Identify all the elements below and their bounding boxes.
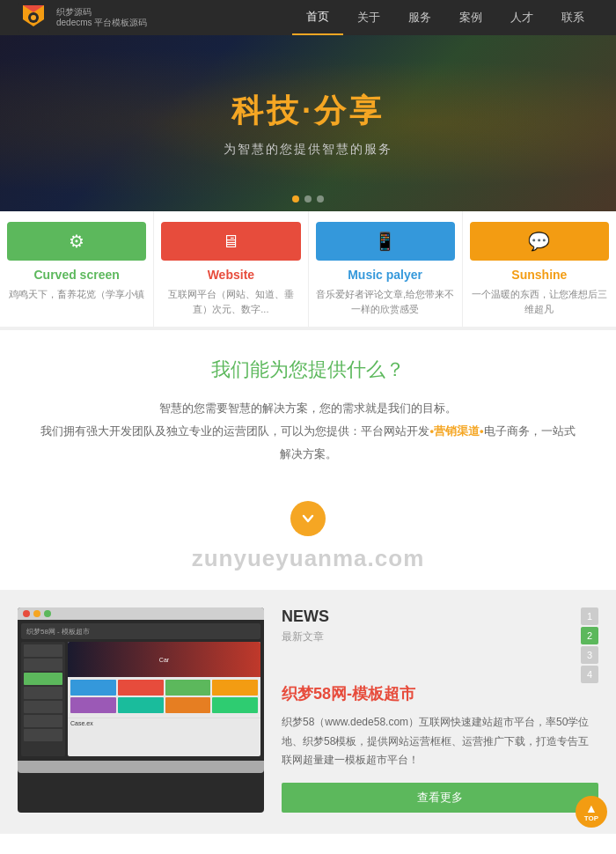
offer-desc-mark: •营销渠道• [429,424,483,438]
feature-desc-curved: 鸡鸣天下，畜养花览（学享小镇 [7,287,146,302]
nav-contact[interactable]: 联系 [547,0,598,35]
news-content: NEWS 最新文章 1 2 3 4 织梦58网-模板超市 织梦58（www.de… [282,607,598,813]
feature-music-player: 📱 Music palyer 音乐爱好者评论文章,给您带来不一样的欣赏感受 [309,211,463,327]
news-page-2[interactable]: 2 [581,627,598,644]
chat-icon: 💬 [528,231,550,252]
hero-dot-3[interactable] [317,195,324,202]
feature-desc-music: 音乐爱好者评论文章,给您带来不一样的欣赏感受 [316,287,455,316]
offer-section: 我们能为您提供什么？ 智慧的您需要智慧的解决方案，您的需求就是我们的目标。 我们… [0,330,616,492]
feature-website: 🖥 Website 互联网平台（网站、知道、垂直）次元、数字... [154,211,308,327]
feature-icon-bar-blue: 📱 [316,222,455,261]
monitor-icon: 🖥 [222,232,239,252]
gear-icon: ⚙ [69,231,84,252]
watermark-section: zunyueyuanma.com [0,492,616,590]
feature-title-sunshine: Sunshine [470,268,609,282]
news-pagination: 1 2 3 4 [581,607,598,683]
nav-about[interactable]: 关于 [343,0,394,35]
logo-name: 织梦源码 [56,7,147,18]
feature-desc-sunshine: 一个温暖的东西，让您准想后三维超凡 [470,287,609,316]
logo: 织梦源码 dedecms 平台模板源码 [18,2,147,33]
hero-dot-2[interactable] [304,195,312,202]
mobile-icon: 📱 [374,231,396,252]
offer-title: 我们能为您提供什么？ [35,357,581,383]
back-to-top-button[interactable]: ▲ TOP [576,796,607,828]
feature-sunshine: 💬 Sunshine 一个温暖的东西，让您准想后三维超凡 [463,211,616,327]
hero-title: 科技·分享 [231,90,385,133]
news-page-3[interactable]: 3 [581,646,598,664]
back-top-label: TOP [584,814,598,822]
news-section: 织梦58网 - 模板超市 Car [0,590,616,830]
feature-title-music: Music palyer [316,268,455,282]
svg-point-4 [31,15,36,20]
news-page-4[interactable]: 4 [581,666,598,683]
logo-subtitle: dedecms 平台模板源码 [56,18,147,28]
hero-dot-1[interactable] [292,195,299,202]
news-sublabel: 最新文章 [282,629,329,644]
offer-desc: 智慧的您需要智慧的解决方案，您的需求就是我们的目标。 我们拥有强大开发团队及独立… [35,397,581,466]
nav-service[interactable]: 服务 [394,0,445,35]
news-body: 织梦58（www.dede58.com）互联网快速建站超市平台，率50学位地、织… [282,713,598,770]
scroll-down-arrow[interactable] [290,501,326,536]
logo-text: 织梦源码 dedecms 平台模板源码 [56,7,147,28]
nav-home[interactable]: 首页 [292,0,343,35]
feature-title-curved: Curved screen [7,268,146,282]
feature-icon-bar-red: 🖥 [161,222,300,261]
marquee-section: 玩转歪歪字幕 每一个企业的品牌梦想，我们渴将戮力一同——品牌创造价值 我们长期服… [0,834,616,854]
feature-cards: ⚙ Curved screen 鸡鸣天下，畜养花览（学享小镇 🖥 Website… [0,211,616,327]
feature-icon-bar-green: ⚙ [7,222,146,261]
feature-curved-screen: ⚙ Curved screen 鸡鸣天下，畜养花览（学享小镇 [0,211,154,327]
main-nav: 首页 关于 服务 案例 人才 联系 [292,0,598,35]
news-screenshot: 织梦58网 - 模板超市 Car [18,607,264,813]
hero-banner: 科技·分享 为智慧的您提供智慧的服务 [0,35,616,211]
arrow-down-icon [299,510,317,527]
news-page-1[interactable]: 1 [581,607,598,625]
feature-icon-bar-orange: 💬 [470,222,609,261]
news-label: NEWS [282,607,329,626]
hero-subtitle: 为智慧的您提供智慧的服务 [224,142,392,158]
logo-icon [18,2,49,33]
hero-dots [292,195,324,202]
feature-desc-website: 互联网平台（网站、知道、垂直）次元、数字... [161,287,300,316]
news-headline: 织梦58网-模板超市 [282,683,598,704]
site-header: 织梦源码 dedecms 平台模板源码 首页 关于 服务 案例 人才 联系 [0,0,616,35]
feature-title-website: Website [161,268,300,282]
offer-desc-line1: 智慧的您需要智慧的解决方案，您的需求就是我们的目标。 [159,401,457,415]
back-top-arrow-icon: ▲ [585,802,598,814]
offer-desc-line2-pre: 我们拥有强大开发团队及独立专业的运营团队，可以为您提供：平台网站开发 [40,424,429,438]
news-more-button[interactable]: 查看更多 [282,783,598,813]
nav-talent[interactable]: 人才 [496,0,547,35]
nav-cases[interactable]: 案例 [445,0,496,35]
watermark-text: zunyueyuanma.com [0,545,616,572]
